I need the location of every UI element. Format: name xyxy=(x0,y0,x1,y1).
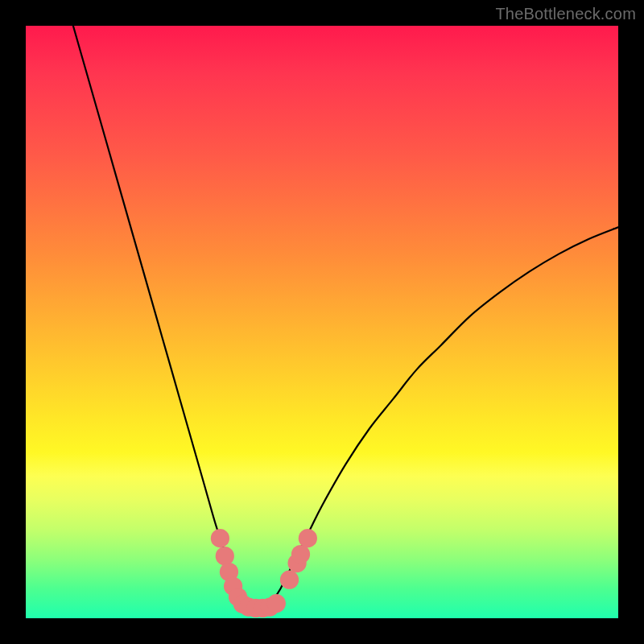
curve-marker xyxy=(216,547,234,565)
curve-marker xyxy=(299,529,317,547)
curve-marker xyxy=(291,545,310,564)
chart-frame: TheBottleneck.com xyxy=(0,0,644,644)
bottleneck-curve xyxy=(73,26,618,607)
chart-svg xyxy=(26,26,618,618)
curve-markers xyxy=(211,529,317,617)
curve-marker xyxy=(280,571,299,589)
chart-plot-area xyxy=(26,26,618,618)
curve-marker xyxy=(211,529,229,547)
curve-marker xyxy=(267,594,286,613)
watermark-label: TheBottleneck.com xyxy=(495,5,636,23)
